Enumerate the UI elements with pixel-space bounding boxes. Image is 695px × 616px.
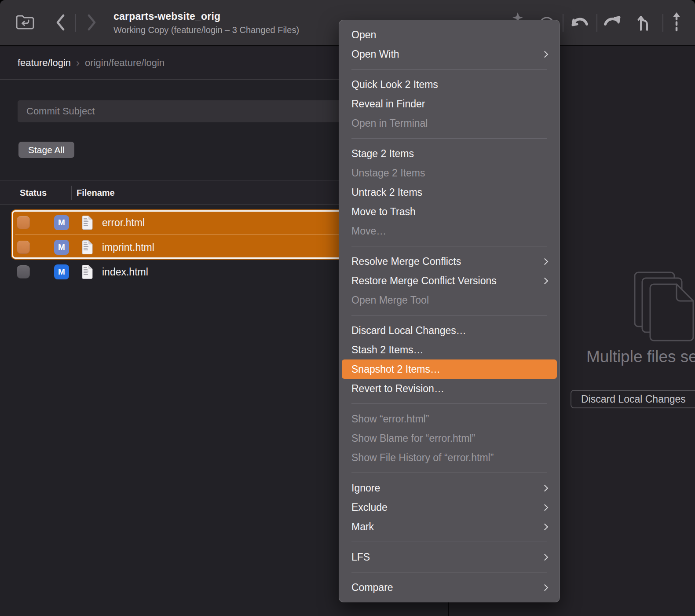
menu-item-label: Show Blame for “error.html” — [351, 433, 475, 444]
fetch-icon — [670, 11, 683, 33]
menu-item-label: Ignore — [351, 482, 380, 494]
menu-item-label: Resolve Merge Conflicts — [351, 256, 461, 268]
stage-checkbox[interactable] — [17, 241, 30, 254]
menu-item-label: Move… — [351, 225, 386, 237]
stage-all-button[interactable]: Stage All — [18, 142, 74, 158]
menu-separator — [351, 246, 547, 246]
column-divider[interactable] — [71, 186, 72, 200]
menu-item-show-file-history-of-error-html: Show File History of “error.html” — [342, 448, 557, 467]
menu-item-mark[interactable]: Mark — [342, 517, 557, 536]
menu-item-label: Unstage 2 Items — [351, 167, 425, 179]
repo-title: carparts-website_orig — [113, 11, 299, 22]
pull-button[interactable] — [569, 14, 590, 32]
discard-local-changes-button[interactable]: Discard Local Changes — [571, 390, 695, 408]
file-document-icon — [81, 240, 93, 255]
filename-label: index.html — [102, 266, 148, 278]
menu-item-show-error-html: Show “error.html” — [342, 409, 557, 429]
menu-item-label: Open With — [351, 48, 399, 60]
window-title-block: carparts-website_orig Working Copy (feat… — [113, 11, 299, 35]
menu-item-label: Stash 2 Items… — [351, 344, 424, 356]
menu-item-untrack-2-items[interactable]: Untrack 2 Items — [342, 183, 557, 202]
menu-item-label: Quick Look 2 Items — [351, 79, 438, 91]
menu-item-discard-local-changes[interactable]: Discard Local Changes… — [342, 321, 557, 340]
menu-item-label: Reveal in Finder — [351, 98, 425, 110]
toolbar-separator — [563, 14, 563, 32]
back-button[interactable] — [55, 15, 67, 32]
submenu-chevron-icon — [541, 554, 549, 561]
menu-item-stage-2-items[interactable]: Stage 2 Items — [342, 144, 557, 163]
fetch-button[interactable] — [669, 12, 684, 33]
menu-item-move: Move… — [342, 221, 557, 241]
menu-item-quick-look-2-items[interactable]: Quick Look 2 Items — [342, 75, 557, 94]
menu-item-open-merge-tool: Open Merge Tool — [342, 290, 557, 310]
file-document-icon — [81, 215, 93, 230]
submenu-chevron-icon — [541, 504, 549, 511]
menu-item-resolve-merge-conflicts[interactable]: Resolve Merge Conflicts — [342, 252, 557, 271]
menu-item-reveal-in-finder[interactable]: Reveal in Finder — [342, 94, 557, 114]
submenu-chevron-icon — [541, 584, 549, 591]
menu-item-snapshot-2-items[interactable]: Snapshot 2 Items… — [342, 359, 557, 379]
breadcrumb-chevron-icon: › — [76, 57, 80, 69]
menu-item-label: Stage 2 Items — [351, 148, 414, 160]
menu-separator — [351, 69, 547, 70]
stage-checkbox[interactable] — [17, 265, 30, 279]
breadcrumb-upstream[interactable]: origin/feature/login — [85, 57, 165, 69]
menu-item-label: Revert to Revision… — [351, 383, 444, 395]
menu-item-label: Open — [351, 29, 376, 41]
menu-item-label: Open in Terminal — [351, 117, 428, 129]
toolbar-separator — [662, 14, 663, 32]
menu-separator — [351, 473, 547, 473]
filename-label: error.html — [102, 217, 145, 229]
forward-button[interactable] — [85, 15, 98, 32]
app-window: carparts-website_orig Working Copy (feat… — [0, 0, 695, 616]
breadcrumb-branch[interactable]: feature/login — [18, 57, 71, 69]
forward-chevron-icon — [87, 14, 96, 33]
repositories-icon — [15, 13, 35, 33]
toolbar-separator — [75, 14, 76, 32]
menu-item-label: Move to Trash — [351, 206, 416, 218]
back-chevron-icon — [56, 14, 66, 33]
menu-item-move-to-trash[interactable]: Move to Trash — [342, 202, 557, 221]
repositories-button[interactable] — [15, 14, 35, 32]
multiple-files-message: Multiple files selected — [586, 348, 695, 366]
menu-item-label: Show “error.html” — [351, 413, 429, 425]
column-header-status[interactable]: Status — [20, 181, 47, 205]
menu-item-open[interactable]: Open — [342, 25, 557, 44]
menu-item-ignore[interactable]: Ignore — [342, 478, 557, 498]
modified-status-badge: M — [54, 264, 69, 279]
context-menu: OpenOpen WithQuick Look 2 ItemsReveal in… — [339, 20, 560, 602]
menu-item-stash-2-items[interactable]: Stash 2 Items… — [342, 340, 557, 359]
menu-separator — [351, 138, 547, 139]
menu-item-revert-to-revision[interactable]: Revert to Revision… — [342, 379, 557, 398]
menu-item-open-with[interactable]: Open With — [342, 44, 557, 64]
submenu-chevron-icon — [541, 277, 549, 284]
stage-checkbox[interactable] — [17, 216, 30, 229]
push-icon — [603, 13, 622, 31]
menu-separator — [351, 572, 547, 572]
filename-label: imprint.html — [102, 242, 154, 253]
menu-item-unstage-2-items: Unstage 2 Items — [342, 163, 557, 183]
menu-item-compare[interactable]: Compare — [342, 578, 557, 597]
pull-icon — [570, 14, 589, 32]
menu-item-label: Mark — [351, 521, 374, 533]
push-button[interactable] — [602, 13, 623, 31]
merge-button[interactable] — [637, 12, 651, 33]
file-document-icon — [81, 264, 93, 279]
submenu-chevron-icon — [541, 523, 549, 530]
column-header-filename[interactable]: Filename — [77, 181, 115, 205]
submenu-chevron-icon — [541, 258, 549, 265]
repo-subtitle: Working Copy (feature/login – 3 Changed … — [113, 25, 299, 35]
menu-item-lfs[interactable]: LFS — [342, 547, 557, 567]
menu-item-restore-merge-conflict-versions[interactable]: Restore Merge Conflict Versions — [342, 271, 557, 290]
merge-icon — [637, 11, 651, 33]
toolbar-separator — [596, 14, 597, 32]
menu-item-label: Open Merge Tool — [351, 294, 429, 306]
menu-separator — [351, 542, 547, 542]
menu-item-label: Untrack 2 Items — [351, 187, 422, 198]
menu-item-exclude[interactable]: Exclude — [342, 498, 557, 517]
menu-item-label: Discard Local Changes… — [351, 325, 466, 337]
menu-item-label: Show File History of “error.html” — [351, 452, 494, 464]
menu-item-label: Restore Merge Conflict Versions — [351, 275, 497, 287]
menu-separator — [351, 403, 547, 404]
menu-item-open-in-terminal: Open in Terminal — [342, 114, 557, 133]
